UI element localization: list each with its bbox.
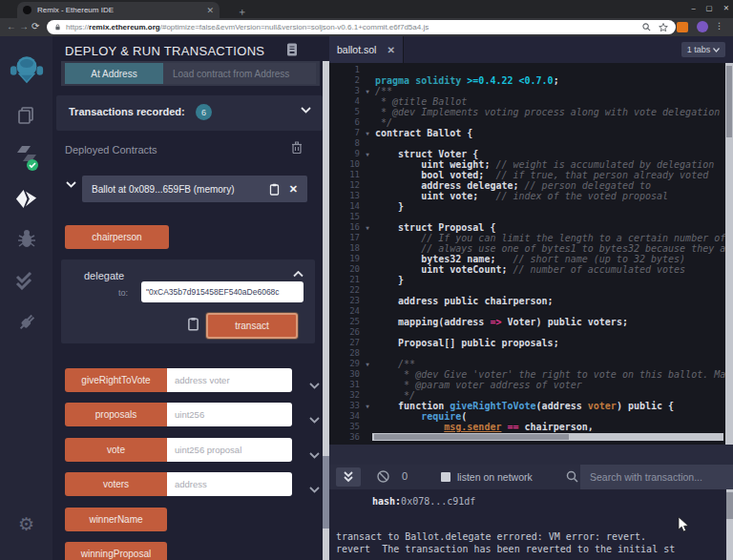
expand-chevron-icon[interactable] (309, 480, 320, 497)
clear-console-icon[interactable] (377, 470, 389, 483)
deploy-run-icon[interactable] (0, 187, 52, 211)
tx-hash-line[interactable]: hash:0x078...c91df (372, 496, 475, 507)
trash-icon[interactable] (291, 141, 303, 154)
code-line: 12 address delegate; // person delegated… (329, 180, 733, 191)
winnerName-button[interactable]: winnerName (65, 508, 167, 531)
terminal-resize-handle[interactable] (329, 445, 733, 465)
vote-button[interactable]: vote (65, 438, 167, 462)
copy-address-icon[interactable] (269, 183, 280, 196)
winningProposal-button[interactable]: winningProposal (65, 542, 167, 560)
window-close-button[interactable]: ✕ (723, 4, 729, 12)
deployed-contracts-label: Deployed Contracts (65, 144, 157, 156)
file-explorer-icon[interactable] (0, 105, 52, 126)
listen-on-network-checkbox[interactable] (441, 472, 450, 482)
editor-horizontal-scrollbar[interactable] (372, 433, 723, 441)
terminal-collapse-button[interactable] (336, 467, 361, 487)
site-favicon (23, 6, 31, 14)
vote-input[interactable]: uint256 proposal (167, 438, 292, 462)
code-line: 32 */ (329, 390, 733, 401)
plugin-manager-icon[interactable] (0, 311, 52, 334)
reload-button[interactable]: ⟳ (31, 21, 39, 31)
code-line: 11 bool voted; // if true, that person a… (329, 170, 733, 180)
at-address-button[interactable]: At Address (65, 63, 163, 84)
panel-scrollbar[interactable] (323, 61, 329, 560)
terminal-scrollbar[interactable] (726, 489, 733, 560)
file-tab-close-icon[interactable]: ✕ (387, 45, 395, 55)
giveRightToVote-button[interactable]: giveRightToVote (65, 368, 167, 392)
function-row-winnerName: winnerName (65, 508, 307, 531)
editor-vertical-scrollbar[interactable] (725, 63, 733, 445)
panel-title: DEPLOY & RUN TRANSACTIONS (65, 44, 264, 58)
mouse-cursor (678, 516, 689, 533)
zoom-icon[interactable] (642, 23, 651, 31)
transactions-count-badge: 6 (196, 104, 212, 120)
delegate-to-input[interactable]: "0xCA35b7d915458EF540aDe6068c (141, 281, 304, 302)
editor-tabbar: ballot.sol ✕ 1 tabs (329, 36, 733, 63)
terminal-search-input[interactable]: Search with transaction... (580, 465, 733, 489)
chairperson-button[interactable]: chairperson (65, 225, 169, 249)
code-line: 19 bytes32 name; // short name (up to 32… (329, 254, 733, 264)
settings-icon[interactable]: ⚙ (0, 513, 52, 535)
code-line: 21 } (329, 275, 733, 285)
browser-navbar: ← → ⟳ https://remix.ethereum.org/#optimi… (0, 18, 733, 36)
expand-chevron-icon[interactable] (309, 376, 320, 393)
contract-expand-chevron-icon[interactable] (66, 181, 76, 188)
expand-chevron-icon[interactable] (309, 410, 320, 427)
url-text: https://remix.ethereum.org/#optimize=fal… (66, 23, 635, 31)
expand-chevron-icon[interactable] (309, 446, 320, 463)
browser-profile-avatar[interactable] (697, 21, 708, 32)
voters-input[interactable]: address (167, 472, 292, 496)
chevron-down-icon[interactable] (301, 107, 311, 114)
remix-logo[interactable] (0, 52, 52, 88)
delegate-label: delegate (84, 270, 124, 281)
chevron-up-icon[interactable] (293, 271, 304, 278)
new-tab-button[interactable]: ＋ (237, 5, 247, 19)
tab-close-icon[interactable]: ✕ (206, 6, 214, 15)
code-line: 9▼ struct Voter { (329, 149, 733, 159)
code-line: 5 * @dev Implements voting process along… (329, 107, 733, 117)
address-bar[interactable]: https://remix.ethereum.org/#optimize=fal… (47, 20, 676, 34)
code-line: 27 Proposal[] public proposals; (329, 338, 733, 348)
back-button[interactable]: ← (7, 21, 16, 31)
bookmark-star-icon[interactable] (659, 23, 668, 32)
code-editor[interactable]: 12pragma solidity >=0.4.22 <0.7.0;3▼/**4… (329, 63, 733, 445)
transactions-recorded-section[interactable]: Transactions recorded: 6 (56, 95, 323, 131)
documentation-icon[interactable] (286, 43, 298, 56)
proposals-input[interactable]: uint256 (167, 403, 292, 426)
code-line: 22 (329, 285, 733, 296)
load-contract-input[interactable]: Load contract from Address (163, 63, 316, 84)
voters-button[interactable]: voters (65, 472, 167, 496)
proposals-button[interactable]: proposals (65, 403, 167, 426)
terminal-header: 0 listen on network Search with transact… (329, 465, 733, 489)
code-line: 4 * @title Ballot (329, 96, 733, 107)
metamask-extension-icon[interactable] (677, 22, 688, 32)
deployed-contract-item[interactable]: Ballot at 0x089...659FB (memory) ✕ (82, 176, 307, 202)
solidity-compiler-icon[interactable] (0, 143, 52, 172)
code-line: 1 (329, 65, 733, 75)
file-tab-ballot[interactable]: ballot.sol ✕ (329, 36, 404, 63)
transactions-recorded-label: Transactions recorded: (69, 106, 185, 117)
window-minimize-button[interactable]: – (691, 4, 695, 12)
tabs-dropdown-button[interactable]: 1 tabs (681, 42, 725, 57)
debugger-icon[interactable] (0, 227, 52, 250)
function-row-proposals: proposalsuint256 (65, 403, 307, 426)
deploy-run-panel: DEPLOY & RUN TRANSACTIONS At Address Loa… (52, 36, 329, 560)
at-address-block: At Address Load contract from Address (61, 61, 320, 86)
plugin-icon-sidebar: ⚙ (0, 36, 52, 560)
forward-button[interactable]: → (19, 21, 29, 31)
browser-menu-icon[interactable]: ⋮ (715, 21, 723, 31)
code-line: 2pragma solidity >=0.4.22 <0.7.0; (329, 75, 733, 86)
window-maximize-button[interactable]: ▢ (706, 4, 713, 12)
copy-calldata-icon[interactable] (187, 317, 199, 331)
code-line: 28 (329, 348, 733, 359)
code-line: 7▼contract Ballot { (329, 128, 733, 138)
unit-testing-icon[interactable] (0, 269, 52, 290)
transact-button[interactable]: transact (206, 313, 298, 339)
code-line: 35 msg.sender == chairperson, (329, 422, 733, 432)
screen: Remix - Ethereum IDE ✕ ＋ – ▢ ✕ ← → ⟳ htt… (0, 0, 733, 560)
giveRightToVote-input[interactable]: address voter (167, 368, 292, 392)
tab-title: Remix - Ethereum IDE (37, 6, 202, 14)
remove-contract-icon[interactable]: ✕ (289, 183, 298, 196)
contract-label: Ballot at 0x089...659FB (memory) (92, 184, 269, 195)
browser-tab[interactable]: Remix - Ethereum IDE ✕ (17, 2, 220, 18)
